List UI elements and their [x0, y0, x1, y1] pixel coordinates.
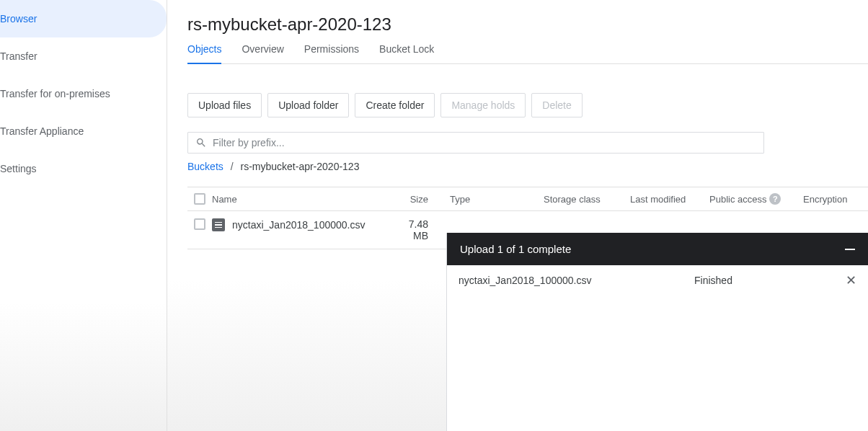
sidebar-item-browser[interactable]: Browser	[0, 0, 167, 37]
sidebar-item-transfer-appliance[interactable]: Transfer Appliance	[0, 112, 167, 150]
tab-permissions[interactable]: Permissions	[304, 43, 359, 63]
tab-bucket-lock[interactable]: Bucket Lock	[379, 43, 434, 63]
header-encryption[interactable]: Encryption	[803, 194, 861, 205]
upload-panel: Upload 1 of 1 complete nyctaxi_Jan2018_1…	[446, 233, 868, 431]
breadcrumb: Buckets / rs-mybucket-apr-2020-123	[187, 161, 868, 172]
header-modified[interactable]: Last modified	[630, 194, 709, 205]
upload-panel-header: Upload 1 of 1 complete	[447, 233, 868, 265]
table-header: Name Size Type Storage class Last modifi…	[187, 187, 868, 211]
select-all-checkbox[interactable]	[194, 193, 205, 205]
manage-holds-button: Manage holds	[440, 93, 526, 117]
tab-overview[interactable]: Overview	[242, 43, 283, 63]
upload-item: nyctaxi_Jan2018_100000.csv Finished ✕	[447, 265, 868, 296]
upload-panel-title: Upload 1 of 1 complete	[460, 243, 571, 255]
sidebar-item-transfer[interactable]: Transfer	[0, 37, 167, 75]
header-type[interactable]: Type	[435, 194, 544, 205]
row-checkbox[interactable]	[194, 218, 205, 230]
breadcrumb-current: rs-mybucket-apr-2020-123	[240, 161, 359, 172]
header-name[interactable]: Name	[212, 194, 392, 205]
tab-objects[interactable]: Objects	[187, 43, 221, 63]
create-folder-button[interactable]: Create folder	[355, 93, 435, 117]
delete-button: Delete	[531, 93, 582, 117]
upload-folder-button[interactable]: Upload folder	[267, 93, 349, 117]
file-name[interactable]: nyctaxi_Jan2018_100000.csv	[232, 219, 365, 231]
upload-item-status: Finished	[694, 275, 838, 286]
file-size: 7.48 MB	[392, 218, 435, 241]
sidebar-item-transfer-on-prem[interactable]: Transfer for on-premises	[0, 75, 167, 112]
header-public[interactable]: Public access ?	[709, 193, 803, 205]
file-icon	[212, 218, 225, 231]
search-icon	[195, 137, 207, 148]
sidebar-item-settings[interactable]: Settings	[0, 150, 167, 187]
header-storage[interactable]: Storage class	[544, 194, 630, 205]
minimize-icon[interactable]	[845, 249, 855, 250]
sidebar: Browser Transfer Transfer for on-premise…	[0, 0, 167, 431]
header-size[interactable]: Size	[392, 194, 435, 205]
toolbar: Upload files Upload folder Create folder…	[187, 93, 868, 117]
upload-files-button[interactable]: Upload files	[187, 93, 262, 117]
close-icon[interactable]: ✕	[846, 274, 856, 287]
tabs: Objects Overview Permissions Bucket Lock	[187, 43, 868, 64]
upload-item-name: nyctaxi_Jan2018_100000.csv	[459, 275, 687, 286]
filter-input[interactable]	[213, 137, 756, 148]
breadcrumb-root[interactable]: Buckets	[187, 161, 223, 172]
breadcrumb-sep: /	[231, 161, 234, 172]
filter-box[interactable]	[187, 132, 764, 154]
help-icon[interactable]: ?	[769, 193, 781, 205]
page-title: rs-mybucket-apr-2020-123	[187, 0, 868, 43]
